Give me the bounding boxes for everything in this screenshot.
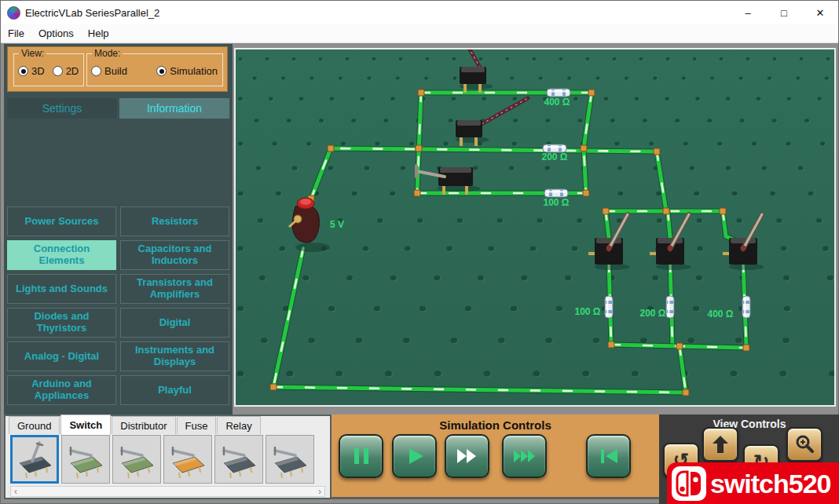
thumbnail-switch-gray-2[interactable] bbox=[266, 435, 314, 484]
pause-icon bbox=[350, 446, 373, 466]
category-arduino-and-appliances[interactable]: Arduino and Appliances bbox=[7, 375, 116, 405]
category-lights-and-sounds[interactable]: Lights and Sounds bbox=[7, 274, 116, 304]
wire-junction[interactable] bbox=[418, 89, 424, 96]
radio-circle[interactable] bbox=[18, 66, 28, 76]
category-digital[interactable]: Digital bbox=[120, 308, 229, 338]
minimize-button[interactable]: – bbox=[730, 1, 766, 24]
component-tab-ground[interactable]: Ground bbox=[9, 416, 60, 434]
play-button[interactable] bbox=[392, 434, 437, 478]
wire-junction[interactable] bbox=[603, 208, 609, 214]
app-window: ElectricVLab SeriesParallel_2 – □ ✕ File… bbox=[0, 0, 839, 504]
wire-junction[interactable] bbox=[581, 145, 587, 152]
circuit-viewport[interactable]: 5 V400 Ω200 Ω100 Ω100 Ω200 Ω400 Ω bbox=[234, 48, 836, 407]
tab-information[interactable]: Information bbox=[119, 98, 229, 119]
resistor-component[interactable] bbox=[544, 189, 568, 197]
wire[interactable] bbox=[417, 93, 421, 193]
switch-component[interactable] bbox=[460, 67, 493, 93]
wire-junction[interactable] bbox=[416, 145, 422, 152]
category-grid: Power SourcesResistorsConnection Element… bbox=[7, 206, 229, 405]
wire[interactable] bbox=[657, 152, 666, 211]
dead-wire[interactable] bbox=[482, 98, 528, 124]
window-controls: – □ ✕ bbox=[730, 1, 838, 24]
pause-button[interactable] bbox=[339, 434, 383, 478]
component-tabs: GroundSwitchDistributorFuseRelay bbox=[9, 416, 262, 434]
category-capacitors-and-inductors[interactable]: Capacitors and Inductors bbox=[120, 240, 229, 270]
wire-junction[interactable] bbox=[414, 190, 420, 196]
thumbnail-switch-dark-lever-up[interactable] bbox=[10, 435, 59, 484]
category-diodes-and-thyristors[interactable]: Diodes and Thyristors bbox=[7, 308, 116, 338]
circuit-value-label: 100 Ω bbox=[544, 197, 570, 208]
wire-junction[interactable] bbox=[683, 389, 689, 396]
scroll-right-icon[interactable]: › bbox=[318, 486, 321, 497]
wire-junction[interactable] bbox=[654, 148, 660, 155]
pan-up-button[interactable] bbox=[702, 427, 738, 462]
category-playful[interactable]: Playful bbox=[120, 375, 229, 405]
wire[interactable] bbox=[584, 93, 592, 193]
category-instruments-and-displays[interactable]: Instruments and Displays bbox=[120, 341, 229, 371]
resistor-component[interactable] bbox=[666, 296, 674, 318]
radio-2d[interactable]: 2D bbox=[53, 65, 79, 77]
menu-item-file[interactable]: File bbox=[1, 24, 31, 42]
menu-item-help[interactable]: Help bbox=[81, 24, 116, 42]
radio-3d[interactable]: 3D bbox=[18, 65, 45, 77]
up-arrow-icon bbox=[711, 435, 730, 454]
radio-circle[interactable] bbox=[156, 66, 167, 76]
radio-circle[interactable] bbox=[91, 66, 101, 76]
wire-junction[interactable] bbox=[583, 190, 589, 196]
close-button[interactable]: ✕ bbox=[802, 1, 838, 24]
radio-build[interactable]: Build bbox=[91, 65, 127, 77]
wire-junction[interactable] bbox=[608, 341, 614, 348]
magnifier-plus-icon bbox=[794, 434, 815, 455]
category-resistors[interactable]: Resistors bbox=[120, 206, 229, 236]
resistor-component[interactable] bbox=[605, 296, 613, 318]
radio-simulation[interactable]: Simulation bbox=[156, 65, 218, 77]
wire-junction[interactable] bbox=[676, 343, 683, 349]
resistor-component[interactable] bbox=[547, 89, 570, 97]
wire-junction[interactable] bbox=[270, 384, 277, 390]
circuit-value-label: 200 Ω bbox=[640, 308, 666, 319]
zoom-in-button[interactable] bbox=[786, 427, 823, 462]
category-connection-elements[interactable]: Connection Elements bbox=[7, 240, 116, 270]
fastest-forward-button[interactable] bbox=[502, 434, 547, 478]
wire[interactable] bbox=[606, 211, 609, 238]
category-transistors-and-amplifiers[interactable]: Transistors and Amplifiers bbox=[120, 274, 229, 304]
circuit-value-label: 200 Ω bbox=[542, 152, 568, 163]
switch-component[interactable] bbox=[416, 166, 481, 195]
left-panel: View: 3D2D Mode: BuildSimulation Setting… bbox=[4, 44, 233, 415]
component-tab-distributor[interactable]: Distributor bbox=[112, 416, 175, 434]
wire[interactable] bbox=[668, 211, 670, 238]
category-analog-digital[interactable]: Analog - Digital bbox=[7, 341, 116, 371]
radio-label: Simulation bbox=[170, 65, 218, 77]
battery-component[interactable] bbox=[289, 198, 330, 252]
component-tab-relay[interactable]: Relay bbox=[217, 416, 260, 434]
wire-junction[interactable] bbox=[743, 345, 749, 351]
wire[interactable] bbox=[273, 387, 686, 393]
wire[interactable] bbox=[723, 211, 738, 242]
component-tab-fuse[interactable]: Fuse bbox=[177, 416, 217, 434]
thumbnail-switch-orange[interactable] bbox=[163, 435, 212, 484]
category-power-sources[interactable]: Power Sources bbox=[7, 206, 116, 236]
thumbnail-scrollbar[interactable]: ‹ › bbox=[10, 486, 325, 497]
wire[interactable] bbox=[273, 248, 303, 387]
tab-settings[interactable]: Settings bbox=[7, 98, 117, 119]
restart-button[interactable] bbox=[586, 434, 631, 478]
thumbnail-switch-gray-1[interactable] bbox=[214, 435, 263, 484]
thumbnail-switch-green-1[interactable] bbox=[61, 435, 110, 484]
wire-junction[interactable] bbox=[720, 208, 726, 214]
menu-bar: FileOptionsHelp bbox=[1, 24, 838, 43]
scroll-left-icon[interactable]: ‹ bbox=[14, 486, 17, 497]
wire-junction[interactable] bbox=[588, 89, 595, 96]
radio-label: Build bbox=[104, 65, 127, 77]
maximize-button[interactable]: □ bbox=[766, 1, 802, 24]
radio-circle[interactable] bbox=[53, 66, 63, 76]
wire[interactable] bbox=[680, 346, 686, 393]
wire-junction[interactable] bbox=[663, 208, 669, 214]
circuit-value-label: 100 Ω bbox=[575, 306, 601, 317]
resistor-component[interactable] bbox=[742, 296, 750, 318]
component-tab-switch[interactable]: Switch bbox=[60, 415, 111, 435]
wire-junction[interactable] bbox=[328, 145, 334, 152]
menu-item-options[interactable]: Options bbox=[31, 24, 81, 42]
switch-component[interactable] bbox=[723, 214, 764, 270]
fast-forward-button[interactable] bbox=[445, 434, 489, 478]
thumbnail-switch-green-2[interactable] bbox=[112, 435, 161, 484]
